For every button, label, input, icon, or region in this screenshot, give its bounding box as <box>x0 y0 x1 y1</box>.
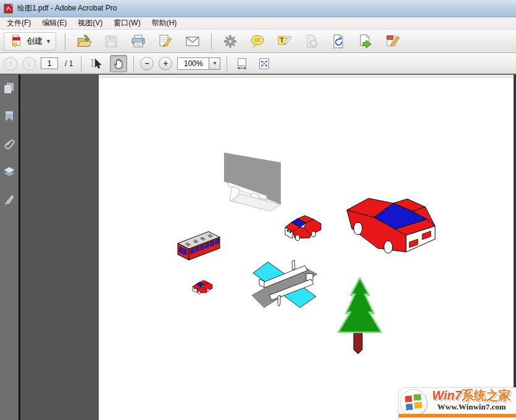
winwin7-watermark: Win7系统之家 Www.Winwin7.com <box>398 387 516 420</box>
watermark-brand-win7: Win7 <box>432 388 462 402</box>
watermark-text: Win7系统之家 Www.Winwin7.com <box>428 388 515 411</box>
bookmarks-panel-button[interactable] <box>1 109 17 124</box>
menu-bar: 文件(F) 编辑(E) 视图(V) 窗口(W) 帮助(H) <box>0 17 516 30</box>
drawing-billboard-sign <box>216 146 287 219</box>
window-title: 绘图1.pdf - Adobe Acrobat Pro <box>17 3 117 14</box>
highlight-text-button[interactable]: T <box>275 32 294 51</box>
signature-pen-icon <box>2 193 16 206</box>
print-button[interactable] <box>128 32 148 51</box>
windows-flag-logo <box>400 389 427 416</box>
attachments-panel-button[interactable] <box>1 136 17 151</box>
preferences-button[interactable] <box>220 32 240 51</box>
comment-bubble-icon <box>249 33 265 49</box>
drawing-tiny-red-car <box>191 278 215 295</box>
toolbar-divider <box>211 33 212 49</box>
create-pdf-button[interactable]: 创建 ▼ <box>4 32 56 51</box>
main-area <box>0 75 516 420</box>
fill-sign-icon <box>385 33 401 49</box>
save-disk-icon <box>103 33 119 49</box>
edit-document-button[interactable] <box>156 32 175 51</box>
zoom-level-value[interactable]: 100% <box>177 57 209 70</box>
previous-page-button[interactable]: ↑ <box>4 57 17 70</box>
watermark-orange-bar <box>399 414 516 418</box>
layers-panel-button[interactable] <box>1 164 17 179</box>
create-button-label: 创建 <box>27 36 43 47</box>
windows-flag-icon <box>404 393 423 412</box>
pages-icon <box>2 82 16 95</box>
fit-page-icon <box>257 57 271 70</box>
toolbar-divider <box>65 33 65 49</box>
menu-window[interactable]: 窗口(W) <box>108 17 146 30</box>
hand-icon <box>112 57 125 70</box>
arrow-up-icon: ↑ <box>9 59 13 68</box>
bookmark-icon <box>2 109 16 123</box>
gear-icon <box>222 33 238 49</box>
drawing-large-red-car <box>344 190 439 254</box>
page-total-label: / 1 <box>63 59 75 68</box>
title-bar[interactable]: 绘图1.pdf - Adobe Acrobat Pro <box>0 0 516 17</box>
menu-file[interactable]: 文件(F) <box>1 17 36 30</box>
window-right-edge <box>514 75 516 420</box>
create-dropdown-caret: ▼ <box>46 38 51 44</box>
watermark-url: Www.Winwin7.com <box>428 402 515 411</box>
zoom-in-button[interactable]: + <box>159 57 172 70</box>
paperclip-icon <box>2 137 16 151</box>
optimize-scanned-page-button[interactable] <box>329 32 349 51</box>
page-x-icon <box>304 33 320 49</box>
watermark-brand: Win7系统之家 <box>428 388 515 402</box>
document-area <box>20 75 516 420</box>
hand-tool-button[interactable] <box>110 55 127 72</box>
page-number-input[interactable] <box>41 57 58 69</box>
signatures-panel-button[interactable] <box>1 192 17 207</box>
pdf-page <box>99 75 514 420</box>
watermark-brand-cn: 系统之家 <box>462 388 511 402</box>
main-toolbar: 创建 ▼ <box>0 30 516 53</box>
fill-and-sign-button[interactable] <box>383 32 403 51</box>
drawing-road-crossing-bridge <box>252 258 317 308</box>
save-file-button[interactable] <box>101 32 121 51</box>
page-top-shade <box>99 75 514 78</box>
menu-help[interactable]: 帮助(H) <box>146 17 183 30</box>
minus-icon: − <box>145 59 150 68</box>
toolbar-divider <box>133 56 134 72</box>
page-refresh-icon <box>331 33 347 49</box>
zoom-level-combo[interactable]: 100% ▼ <box>177 57 220 70</box>
menu-view[interactable]: 视图(V) <box>72 17 108 30</box>
toolbar-divider <box>227 56 227 72</box>
acrobat-pdf-icon <box>4 4 14 14</box>
delete-page-button-disabled[interactable] <box>302 32 322 51</box>
select-cursor-icon <box>89 57 103 70</box>
fit-width-button[interactable] <box>233 55 251 72</box>
open-folder-icon <box>76 33 92 49</box>
open-file-button[interactable] <box>74 32 94 51</box>
select-tool-button[interactable] <box>88 55 105 72</box>
chevron-down-icon: ▼ <box>212 61 217 66</box>
layers-icon <box>2 165 16 178</box>
acrobat-window: 绘图1.pdf - Adobe Acrobat Pro 文件(F) 编辑(E) … <box>0 0 516 420</box>
export-file-button[interactable] <box>356 32 376 51</box>
add-comment-button[interactable] <box>248 32 267 51</box>
create-pdf-icon <box>9 34 23 49</box>
svg-text:T: T <box>280 37 283 44</box>
navigation-panel-sidebar <box>0 75 19 420</box>
navigation-toolbar: ↑ ↓ / 1 − + 100% ▼ <box>0 53 516 74</box>
drawing-pine-tree <box>337 275 383 356</box>
zoom-out-button[interactable]: − <box>140 57 154 70</box>
fit-page-button[interactable] <box>256 55 273 72</box>
page-pencil-icon <box>157 33 173 49</box>
zoom-dropdown-button[interactable]: ▼ <box>209 57 220 70</box>
fit-width-icon <box>235 57 249 70</box>
send-email-button[interactable] <box>183 32 202 51</box>
menu-edit[interactable]: 编辑(E) <box>36 17 72 30</box>
envelope-icon <box>185 33 201 49</box>
drawing-freight-train-car <box>173 227 222 263</box>
printer-icon <box>130 33 146 49</box>
page-thumbnails-panel-button[interactable] <box>1 81 17 96</box>
page-export-icon <box>358 33 374 49</box>
next-page-button[interactable]: ↓ <box>22 57 36 70</box>
highlight-text-icon: T <box>277 33 293 49</box>
toolbar-divider <box>81 56 81 72</box>
plus-icon: + <box>164 59 169 68</box>
drawing-small-red-car <box>283 211 325 242</box>
arrow-down-icon: ↓ <box>27 59 31 68</box>
